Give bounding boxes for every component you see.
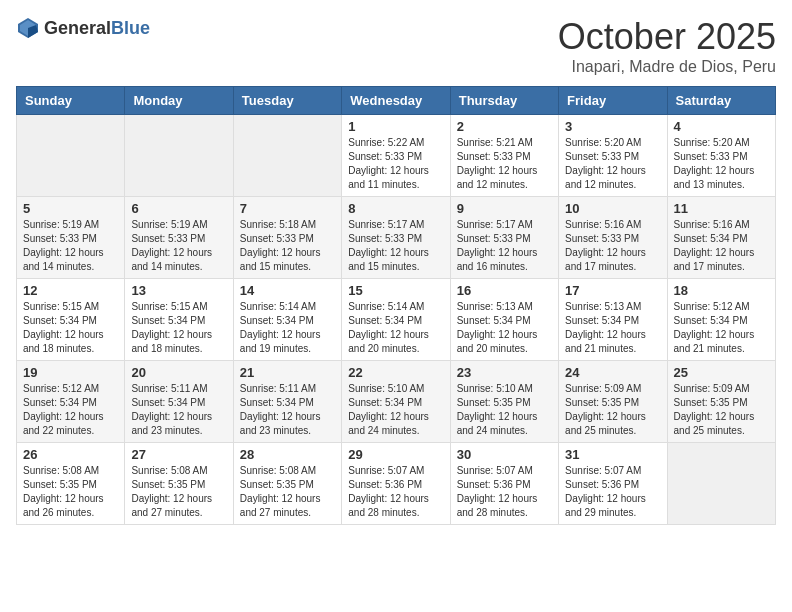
calendar-day-21: 21Sunrise: 5:11 AM Sunset: 5:34 PM Dayli… — [233, 361, 341, 443]
day-info: Sunrise: 5:10 AM Sunset: 5:34 PM Dayligh… — [348, 382, 443, 438]
day-number: 29 — [348, 447, 443, 462]
day-number: 9 — [457, 201, 552, 216]
day-info: Sunrise: 5:16 AM Sunset: 5:34 PM Dayligh… — [674, 218, 769, 274]
calendar-week-row: 19Sunrise: 5:12 AM Sunset: 5:34 PM Dayli… — [17, 361, 776, 443]
day-info: Sunrise: 5:15 AM Sunset: 5:34 PM Dayligh… — [23, 300, 118, 356]
location-title: Inapari, Madre de Dios, Peru — [558, 58, 776, 76]
day-info: Sunrise: 5:09 AM Sunset: 5:35 PM Dayligh… — [565, 382, 660, 438]
calendar-day-2: 2Sunrise: 5:21 AM Sunset: 5:33 PM Daylig… — [450, 115, 558, 197]
day-info: Sunrise: 5:12 AM Sunset: 5:34 PM Dayligh… — [23, 382, 118, 438]
day-info: Sunrise: 5:09 AM Sunset: 5:35 PM Dayligh… — [674, 382, 769, 438]
day-info: Sunrise: 5:14 AM Sunset: 5:34 PM Dayligh… — [240, 300, 335, 356]
calendar-day-3: 3Sunrise: 5:20 AM Sunset: 5:33 PM Daylig… — [559, 115, 667, 197]
day-info: Sunrise: 5:14 AM Sunset: 5:34 PM Dayligh… — [348, 300, 443, 356]
calendar-day-8: 8Sunrise: 5:17 AM Sunset: 5:33 PM Daylig… — [342, 197, 450, 279]
day-number: 31 — [565, 447, 660, 462]
empty-cell — [667, 443, 775, 525]
day-number: 28 — [240, 447, 335, 462]
day-number: 17 — [565, 283, 660, 298]
calendar-week-row: 1Sunrise: 5:22 AM Sunset: 5:33 PM Daylig… — [17, 115, 776, 197]
day-number: 20 — [131, 365, 226, 380]
calendar-week-row: 5Sunrise: 5:19 AM Sunset: 5:33 PM Daylig… — [17, 197, 776, 279]
day-info: Sunrise: 5:08 AM Sunset: 5:35 PM Dayligh… — [23, 464, 118, 520]
calendar-day-31: 31Sunrise: 5:07 AM Sunset: 5:36 PM Dayli… — [559, 443, 667, 525]
calendar-day-7: 7Sunrise: 5:18 AM Sunset: 5:33 PM Daylig… — [233, 197, 341, 279]
calendar-day-10: 10Sunrise: 5:16 AM Sunset: 5:33 PM Dayli… — [559, 197, 667, 279]
title-area: October 2025 Inapari, Madre de Dios, Per… — [558, 16, 776, 76]
day-info: Sunrise: 5:18 AM Sunset: 5:33 PM Dayligh… — [240, 218, 335, 274]
day-info: Sunrise: 5:16 AM Sunset: 5:33 PM Dayligh… — [565, 218, 660, 274]
calendar-day-22: 22Sunrise: 5:10 AM Sunset: 5:34 PM Dayli… — [342, 361, 450, 443]
day-number: 12 — [23, 283, 118, 298]
day-info: Sunrise: 5:15 AM Sunset: 5:34 PM Dayligh… — [131, 300, 226, 356]
day-info: Sunrise: 5:08 AM Sunset: 5:35 PM Dayligh… — [240, 464, 335, 520]
page-header: General Blue October 2025 Inapari, Madre… — [16, 16, 776, 76]
weekday-header-sunday: Sunday — [17, 87, 125, 115]
day-info: Sunrise: 5:11 AM Sunset: 5:34 PM Dayligh… — [131, 382, 226, 438]
day-number: 23 — [457, 365, 552, 380]
calendar-day-30: 30Sunrise: 5:07 AM Sunset: 5:36 PM Dayli… — [450, 443, 558, 525]
calendar-day-1: 1Sunrise: 5:22 AM Sunset: 5:33 PM Daylig… — [342, 115, 450, 197]
day-number: 22 — [348, 365, 443, 380]
day-info: Sunrise: 5:20 AM Sunset: 5:33 PM Dayligh… — [674, 136, 769, 192]
empty-cell — [125, 115, 233, 197]
calendar-day-17: 17Sunrise: 5:13 AM Sunset: 5:34 PM Dayli… — [559, 279, 667, 361]
calendar-day-19: 19Sunrise: 5:12 AM Sunset: 5:34 PM Dayli… — [17, 361, 125, 443]
day-info: Sunrise: 5:20 AM Sunset: 5:33 PM Dayligh… — [565, 136, 660, 192]
day-number: 1 — [348, 119, 443, 134]
day-number: 2 — [457, 119, 552, 134]
weekday-header-tuesday: Tuesday — [233, 87, 341, 115]
day-info: Sunrise: 5:11 AM Sunset: 5:34 PM Dayligh… — [240, 382, 335, 438]
empty-cell — [17, 115, 125, 197]
logo-blue-text: Blue — [111, 18, 150, 39]
calendar-week-row: 12Sunrise: 5:15 AM Sunset: 5:34 PM Dayli… — [17, 279, 776, 361]
weekday-header-friday: Friday — [559, 87, 667, 115]
calendar-day-24: 24Sunrise: 5:09 AM Sunset: 5:35 PM Dayli… — [559, 361, 667, 443]
day-number: 27 — [131, 447, 226, 462]
calendar-day-15: 15Sunrise: 5:14 AM Sunset: 5:34 PM Dayli… — [342, 279, 450, 361]
day-info: Sunrise: 5:17 AM Sunset: 5:33 PM Dayligh… — [348, 218, 443, 274]
day-info: Sunrise: 5:19 AM Sunset: 5:33 PM Dayligh… — [23, 218, 118, 274]
logo-icon — [16, 16, 40, 40]
weekday-header-row: SundayMondayTuesdayWednesdayThursdayFrid… — [17, 87, 776, 115]
weekday-header-saturday: Saturday — [667, 87, 775, 115]
day-number: 14 — [240, 283, 335, 298]
day-info: Sunrise: 5:13 AM Sunset: 5:34 PM Dayligh… — [565, 300, 660, 356]
day-number: 8 — [348, 201, 443, 216]
day-number: 4 — [674, 119, 769, 134]
month-title: October 2025 — [558, 16, 776, 58]
calendar-day-9: 9Sunrise: 5:17 AM Sunset: 5:33 PM Daylig… — [450, 197, 558, 279]
day-number: 10 — [565, 201, 660, 216]
day-number: 3 — [565, 119, 660, 134]
calendar-day-16: 16Sunrise: 5:13 AM Sunset: 5:34 PM Dayli… — [450, 279, 558, 361]
calendar-week-row: 26Sunrise: 5:08 AM Sunset: 5:35 PM Dayli… — [17, 443, 776, 525]
day-number: 25 — [674, 365, 769, 380]
calendar-day-28: 28Sunrise: 5:08 AM Sunset: 5:35 PM Dayli… — [233, 443, 341, 525]
day-number: 11 — [674, 201, 769, 216]
day-number: 13 — [131, 283, 226, 298]
day-number: 18 — [674, 283, 769, 298]
day-info: Sunrise: 5:08 AM Sunset: 5:35 PM Dayligh… — [131, 464, 226, 520]
calendar-day-27: 27Sunrise: 5:08 AM Sunset: 5:35 PM Dayli… — [125, 443, 233, 525]
day-number: 19 — [23, 365, 118, 380]
calendar-day-14: 14Sunrise: 5:14 AM Sunset: 5:34 PM Dayli… — [233, 279, 341, 361]
day-number: 6 — [131, 201, 226, 216]
calendar-day-23: 23Sunrise: 5:10 AM Sunset: 5:35 PM Dayli… — [450, 361, 558, 443]
day-info: Sunrise: 5:07 AM Sunset: 5:36 PM Dayligh… — [565, 464, 660, 520]
day-info: Sunrise: 5:21 AM Sunset: 5:33 PM Dayligh… — [457, 136, 552, 192]
day-number: 5 — [23, 201, 118, 216]
logo-general-text: General — [44, 18, 111, 39]
day-info: Sunrise: 5:07 AM Sunset: 5:36 PM Dayligh… — [348, 464, 443, 520]
day-number: 16 — [457, 283, 552, 298]
day-number: 26 — [23, 447, 118, 462]
day-info: Sunrise: 5:19 AM Sunset: 5:33 PM Dayligh… — [131, 218, 226, 274]
calendar-day-29: 29Sunrise: 5:07 AM Sunset: 5:36 PM Dayli… — [342, 443, 450, 525]
calendar-table: SundayMondayTuesdayWednesdayThursdayFrid… — [16, 86, 776, 525]
empty-cell — [233, 115, 341, 197]
day-info: Sunrise: 5:22 AM Sunset: 5:33 PM Dayligh… — [348, 136, 443, 192]
day-number: 15 — [348, 283, 443, 298]
calendar-day-5: 5Sunrise: 5:19 AM Sunset: 5:33 PM Daylig… — [17, 197, 125, 279]
day-info: Sunrise: 5:12 AM Sunset: 5:34 PM Dayligh… — [674, 300, 769, 356]
day-number: 24 — [565, 365, 660, 380]
calendar-day-26: 26Sunrise: 5:08 AM Sunset: 5:35 PM Dayli… — [17, 443, 125, 525]
